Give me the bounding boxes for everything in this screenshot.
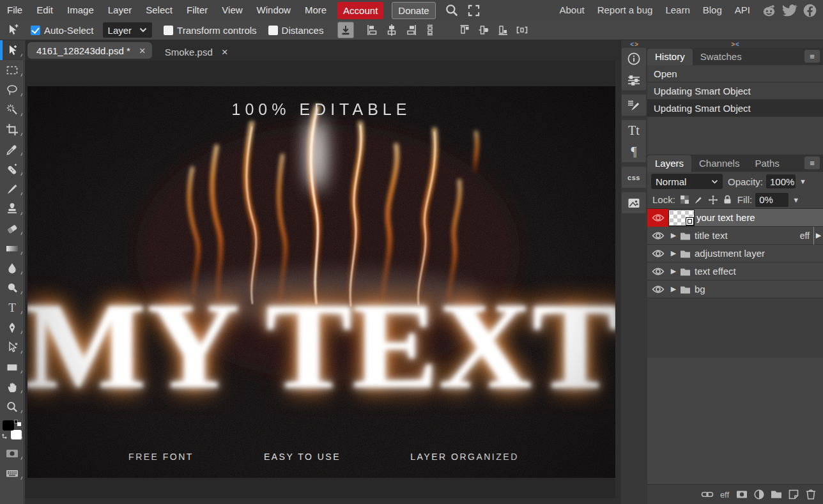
tab-history[interactable]: History — [647, 49, 693, 65]
distribute-horizontal-icon[interactable] — [512, 22, 532, 38]
menu-api[interactable]: API — [728, 0, 757, 20]
export-button[interactable] — [337, 22, 354, 38]
lock-transparency-icon[interactable] — [680, 195, 689, 204]
twitter-icon[interactable] — [781, 3, 797, 18]
layer-row-bg[interactable]: ▶ bg — [647, 280, 823, 298]
history-item[interactable]: Updating Smart Object — [647, 82, 823, 100]
tool-rectangle-shape[interactable] — [0, 357, 24, 377]
align-right-icon[interactable] — [401, 22, 420, 38]
image-panel-button[interactable] — [622, 192, 646, 213]
tool-gradient[interactable] — [0, 238, 24, 258]
tool-magic-wand[interactable] — [0, 100, 24, 119]
lock-pixels-icon[interactable] — [694, 195, 704, 204]
menu-learn[interactable]: Learn — [659, 0, 696, 20]
menu-about[interactable]: About — [553, 0, 590, 20]
layer-row-adjustment-layer[interactable]: ▶ adjustment layer — [647, 245, 823, 263]
horizontal-scrollbar[interactable] — [25, 498, 615, 504]
link-icon[interactable] — [701, 488, 714, 501]
menu-blog[interactable]: Blog — [696, 0, 728, 20]
collapse-strip-handle[interactable]: <> — [621, 40, 647, 48]
reddit-icon[interactable] — [761, 3, 777, 18]
history-menu-button[interactable]: ≡ — [804, 50, 820, 63]
menu-more[interactable]: More — [298, 0, 334, 20]
menu-edit[interactable]: Edit — [29, 0, 60, 20]
swap-colors-icon[interactable] — [2, 432, 9, 439]
visibility-toggle[interactable] — [647, 245, 668, 263]
account-button[interactable]: Account — [337, 2, 383, 19]
tool-rectangle-select[interactable] — [0, 60, 24, 80]
layer-row-your-text-here[interactable]: your text here — [647, 209, 823, 227]
tool-type[interactable]: T — [0, 298, 24, 317]
layer-name[interactable]: bg — [695, 284, 705, 294]
paragraph-panel-button[interactable]: ¶ — [622, 141, 646, 162]
align-top-icon[interactable] — [455, 22, 474, 38]
tool-path-select[interactable] — [0, 337, 24, 357]
new-group-icon[interactable] — [770, 488, 783, 501]
layer-name[interactable]: your text here — [696, 212, 755, 223]
visibility-toggle[interactable] — [647, 209, 668, 227]
tool-swatch-colors[interactable] — [0, 416, 24, 443]
lock-all-icon[interactable] — [723, 195, 732, 204]
tab-channels[interactable]: Channels — [691, 155, 747, 172]
facebook-icon[interactable] — [802, 3, 818, 18]
menu-file[interactable]: File — [0, 0, 29, 20]
delete-icon[interactable] — [804, 488, 817, 501]
foreground-background-colors[interactable] — [3, 420, 22, 439]
info-panel-button[interactable] — [622, 48, 646, 69]
tool-brush[interactable] — [0, 179, 24, 199]
target-select[interactable]: Layer — [103, 22, 153, 38]
tool-pen[interactable] — [0, 317, 24, 337]
align-middle-v-icon[interactable] — [474, 22, 493, 38]
new-layer-icon[interactable] — [787, 488, 800, 501]
tool-quick-mask[interactable] — [0, 443, 24, 463]
fill-slider-arrow[interactable]: ▼ — [792, 196, 799, 204]
expand-arrow-icon[interactable]: ▶ — [668, 285, 679, 293]
history-item[interactable]: Open — [647, 65, 823, 82]
tab-paths[interactable]: Paths — [747, 155, 787, 172]
tool-lasso[interactable] — [0, 80, 24, 100]
canvas[interactable]: 100% EDITABLE MY TEXT FREE FONT EASY TO … — [27, 86, 615, 478]
layer-name[interactable]: text effect — [695, 266, 736, 277]
adjustment-icon[interactable] — [753, 488, 765, 501]
expand-arrow-icon[interactable]: ▶ — [668, 231, 679, 240]
layer-name[interactable]: title text — [695, 230, 728, 241]
document-tab-inactive[interactable]: Smoke.psd × — [156, 43, 235, 61]
expand-arrow-icon[interactable]: ▶ — [668, 267, 679, 275]
layer-row-text-effect[interactable]: ▶ text effect — [647, 263, 823, 280]
align-center-h-icon[interactable] — [382, 22, 401, 38]
tool-eyedropper[interactable] — [0, 139, 24, 159]
layer-name[interactable]: adjustment layer — [695, 248, 765, 259]
menu-filter[interactable]: Filter — [180, 0, 215, 20]
layers-menu-button[interactable]: ≡ — [804, 157, 820, 169]
vertical-scrollbar[interactable] — [615, 61, 621, 504]
visibility-toggle[interactable] — [647, 263, 668, 280]
effects-icon[interactable]: eff — [718, 490, 731, 500]
fullscreen-icon[interactable] — [468, 4, 480, 17]
lock-position-icon[interactable] — [708, 195, 718, 205]
mask-icon[interactable] — [735, 488, 748, 501]
menu-select[interactable]: Select — [139, 0, 180, 20]
history-item-current[interactable]: Updating Smart Object — [647, 100, 823, 117]
distribute-vertical-icon[interactable] — [420, 22, 440, 38]
close-icon[interactable]: × — [222, 47, 228, 57]
align-left-icon[interactable] — [363, 22, 382, 38]
tool-dodge[interactable] — [0, 278, 24, 298]
tool-move[interactable] — [0, 40, 24, 60]
expand-arrow-icon[interactable]: ▶ — [668, 249, 679, 257]
character-panel-button[interactable]: Tt — [622, 120, 646, 141]
opacity-input[interactable]: 100% — [766, 174, 796, 188]
tool-keyboard[interactable] — [0, 463, 24, 483]
blend-mode-select[interactable]: Normal — [651, 174, 723, 189]
tab-layers[interactable]: Layers — [647, 155, 691, 172]
donate-button[interactable]: Donate — [392, 2, 435, 19]
brush-settings-panel-button[interactable] — [622, 95, 646, 116]
menu-view[interactable]: View — [215, 0, 249, 20]
effects-expand-icon[interactable]: ▶ — [814, 231, 823, 240]
fill-input[interactable]: 0% — [755, 193, 788, 207]
close-icon[interactable]: × — [139, 45, 146, 56]
menu-image[interactable]: Image — [60, 0, 101, 20]
visibility-toggle[interactable] — [647, 227, 668, 245]
properties-panel-button[interactable] — [622, 69, 646, 90]
tool-spot-heal[interactable] — [0, 159, 24, 179]
visibility-toggle[interactable] — [647, 280, 668, 298]
